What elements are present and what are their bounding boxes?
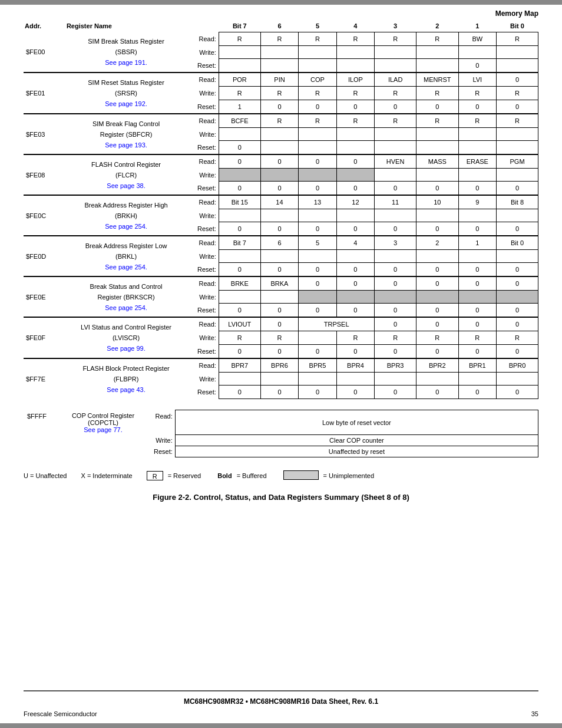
bit-cell xyxy=(497,46,538,59)
bit-cell: 0 xyxy=(375,276,416,291)
col-header-1: 1 xyxy=(458,20,496,32)
bit-cell: R xyxy=(260,87,298,100)
bit-cell: 0 xyxy=(375,222,416,236)
cop-register-table: $FFFF COP Control Register(COPCTL) See p… xyxy=(24,410,538,457)
bit-cell: 0 xyxy=(458,276,496,291)
bit-cell: R xyxy=(336,331,374,345)
rw-label: Write: xyxy=(187,250,219,263)
rw-label: Write: xyxy=(187,46,219,59)
bit-cell xyxy=(458,291,496,304)
cop-reset-row: Reset: Unaffected by reset xyxy=(24,446,538,457)
bit-cell: 0 xyxy=(260,182,298,196)
bit-cell xyxy=(260,46,298,59)
bit-cell: BPR5 xyxy=(299,358,336,373)
bit-cell: PIN xyxy=(260,73,298,87)
bit-cell xyxy=(219,209,260,222)
bit-cell xyxy=(219,59,260,73)
bit-cell: POR xyxy=(219,73,260,87)
bit-cell: 0 xyxy=(497,345,538,359)
rw-label: Write: xyxy=(187,209,219,222)
bit-cell: 0 xyxy=(260,263,298,277)
bit-cell: 0 xyxy=(416,345,459,359)
bit-cell xyxy=(336,141,374,155)
bit-cell: 0 xyxy=(336,304,374,318)
bit-cell xyxy=(219,169,260,182)
bit-cell xyxy=(219,373,260,386)
legend-x-indeterminate: X = Indeterminate xyxy=(81,472,132,479)
col-header-bit0: Bit 0 xyxy=(497,20,538,32)
col-header-5: 5 xyxy=(299,20,336,32)
table-row: $FE0FLVI Status and Control Register(LVI… xyxy=(24,317,538,331)
bit-cell: 0 xyxy=(260,222,298,236)
col-header-3: 3 xyxy=(375,20,416,32)
cop-link[interactable]: See page 77. xyxy=(84,426,122,433)
legend-r-box: R xyxy=(147,471,163,480)
bit-cell xyxy=(458,141,496,155)
legend-r-label: R xyxy=(147,471,163,480)
bit-cell: 0 xyxy=(299,100,336,114)
bit-cell: R xyxy=(375,114,416,128)
bit-cell: 0 xyxy=(497,263,538,277)
bit-cell xyxy=(458,128,496,141)
cop-write-label: Write: xyxy=(150,435,175,446)
bit-cell: R xyxy=(299,114,336,128)
bit-cell: Bit 7 xyxy=(219,236,260,250)
bit-cell: BW xyxy=(458,32,496,46)
rw-label: Read: xyxy=(187,73,219,87)
table-row: $FE01SIM Reset Status Register(SRSR)See … xyxy=(24,73,538,87)
cop-reset-label: Reset: xyxy=(150,446,175,457)
bit-cell xyxy=(336,250,374,263)
bit-cell: 0 xyxy=(336,263,374,277)
bit-cell: 0 xyxy=(375,386,416,399)
bit-cell: 0 xyxy=(299,276,336,291)
page-number: 35 xyxy=(531,710,538,717)
bit-cell xyxy=(336,291,374,304)
legend-u-unaffected: U = Unaffected xyxy=(24,472,67,479)
bit-cell xyxy=(336,46,374,59)
figure-caption: Figure 2-2. Control, Status, and Data Re… xyxy=(24,493,538,502)
rw-label: Reset: xyxy=(187,59,219,73)
bit-cell: 0 xyxy=(497,100,538,114)
bit-cell xyxy=(299,128,336,141)
bottom-bar xyxy=(0,723,562,728)
bit-cell: ERASE xyxy=(458,154,496,169)
bit-cell: BPR1 xyxy=(458,358,496,373)
bit-cell: R xyxy=(497,114,538,128)
bit-cell: R xyxy=(375,331,416,345)
bit-cell: BPR4 xyxy=(336,358,374,373)
bit-cell: 0 xyxy=(219,345,260,359)
bit-cell: R xyxy=(416,87,459,100)
bit-cell xyxy=(497,209,538,222)
col-header-rw xyxy=(187,20,219,32)
bit-cell xyxy=(416,128,459,141)
table-header-row: Addr. Register Name Bit 7 6 5 4 3 2 1 Bi… xyxy=(24,20,538,32)
bit-cell xyxy=(458,46,496,59)
bit-cell: R xyxy=(336,87,374,100)
reg-name: FLASH Block Protect Register(FLBPR)See p… xyxy=(65,358,187,399)
bit-cell: 10 xyxy=(416,195,459,209)
reg-name: LVI Status and Control Register(LVISCR)S… xyxy=(65,317,187,358)
bit-cell: 0 xyxy=(416,263,459,277)
bit-cell xyxy=(416,59,459,73)
bit-cell: 0 xyxy=(458,263,496,277)
bit-cell: LVI xyxy=(458,73,496,87)
bit-cell: 0 xyxy=(219,304,260,318)
bit-cell: 0 xyxy=(416,386,459,399)
bit-cell xyxy=(375,169,416,182)
rw-label: Write: xyxy=(187,291,219,304)
bit-cell: ILOP xyxy=(336,73,374,87)
bit-cell xyxy=(375,128,416,141)
bit-cell: 0 xyxy=(336,100,374,114)
bit-cell: R xyxy=(260,32,298,46)
bit-cell: Bit 15 xyxy=(219,195,260,209)
bit-cell: R xyxy=(375,87,416,100)
reg-addr: $FE0D xyxy=(24,236,65,276)
bit-cell: 0 xyxy=(497,317,538,331)
bit-cell: 1 xyxy=(458,236,496,250)
rw-label: Read: xyxy=(187,154,219,169)
register-table: Addr. Register Name Bit 7 6 5 4 3 2 1 Bi… xyxy=(24,20,538,399)
bit-cell: R xyxy=(260,114,298,128)
bit-cell: BCFE xyxy=(219,114,260,128)
bit-cell xyxy=(219,46,260,59)
bit-cell: 9 xyxy=(458,195,496,209)
